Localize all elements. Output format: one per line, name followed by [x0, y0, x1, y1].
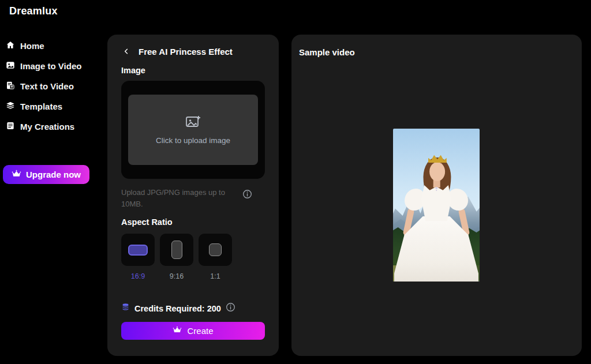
home-icon [6, 40, 15, 51]
image-upload-dropzone[interactable]: Click to upload image [121, 81, 265, 179]
credits-info-icon[interactable] [226, 302, 235, 314]
sample-video-panel: Sample video [291, 35, 582, 356]
sidebar-item-my-creations[interactable]: My Creations [0, 117, 104, 137]
crown-icon [12, 170, 21, 180]
image-plus-icon [185, 115, 201, 131]
aspect-ratio-option-label: 9:16 [160, 272, 193, 280]
princess-face [429, 162, 445, 181]
aspect-ratio-option-9-16[interactable]: 9:16 [160, 234, 193, 280]
sidebar-item-label: Image to Video [20, 61, 81, 71]
credits-row: Credits Required: 200 [121, 302, 265, 314]
credits-required-text: Credits Required: 200 [134, 304, 221, 313]
sample-video-image [393, 129, 480, 282]
aspect-ratio-option-label: 1:1 [199, 272, 232, 280]
sidebar-item-label: Home [20, 41, 44, 51]
princess-bodice [421, 185, 451, 221]
aspect-ratio-tile [160, 234, 193, 266]
crown-icon [173, 326, 182, 336]
sample-video-title: Sample video [299, 47, 355, 57]
upgrade-now-label: Upgrade now [26, 170, 81, 179]
landscape-shape [128, 245, 148, 256]
sidebar-item-label: Text to Video [20, 81, 74, 91]
effect-panel-header: Free AI Princess Effect [121, 46, 265, 57]
square-shape [209, 243, 222, 256]
credits-coins-icon [121, 303, 130, 314]
create-button[interactable]: Create [121, 322, 265, 340]
back-button[interactable] [121, 46, 132, 57]
sidebar-item-text-to-video[interactable]: Text to Video [0, 76, 104, 96]
aspect-ratio-tile [121, 234, 155, 266]
upload-info-icon[interactable] [242, 189, 252, 210]
templates-icon [6, 101, 15, 112]
image-upload-inner[interactable]: Click to upload image [128, 95, 258, 165]
aspect-ratio-option-16-9[interactable]: 16:9 [121, 234, 155, 280]
app-logo: Dreamlux [9, 5, 58, 17]
create-label: Create [187, 326, 213, 336]
aspect-ratio-tile [199, 234, 232, 266]
effect-title: Free AI Princess Effect [139, 47, 233, 57]
aspect-ratio-option-1-1[interactable]: 1:1 [199, 234, 232, 280]
image-to-video-icon [6, 61, 15, 72]
upgrade-now-button[interactable]: Upgrade now [3, 165, 89, 184]
text-to-video-icon [6, 81, 15, 92]
aspect-ratio-option-label: 16:9 [121, 272, 155, 280]
portrait-shape [171, 241, 182, 259]
sidebar-item-label: Templates [20, 102, 62, 111]
upload-hint-row: Upload JPG/PNG images up to 10MB. [121, 187, 265, 210]
effect-panel: Free AI Princess Effect Image Click to u… [107, 35, 279, 356]
my-creations-icon [6, 121, 15, 132]
upload-text: Click to upload image [156, 136, 230, 145]
upload-hint-text: Upload JPG/PNG images up to 10MB. [121, 187, 237, 210]
image-section-label: Image [121, 66, 265, 75]
aspect-ratio-options: 16:9 9:16 1:1 [121, 234, 265, 280]
sidebar-item-templates[interactable]: Templates [0, 96, 104, 117]
aspect-ratio-label: Aspect Ratio [121, 217, 265, 227]
princess-necklace [435, 187, 437, 189]
sidebar: Home Image to Video Text to Video Templa… [0, 36, 104, 137]
sidebar-item-home[interactable]: Home [0, 36, 104, 56]
sidebar-item-image-to-video[interactable]: Image to Video [0, 56, 104, 76]
sidebar-item-label: My Creations [20, 122, 74, 132]
